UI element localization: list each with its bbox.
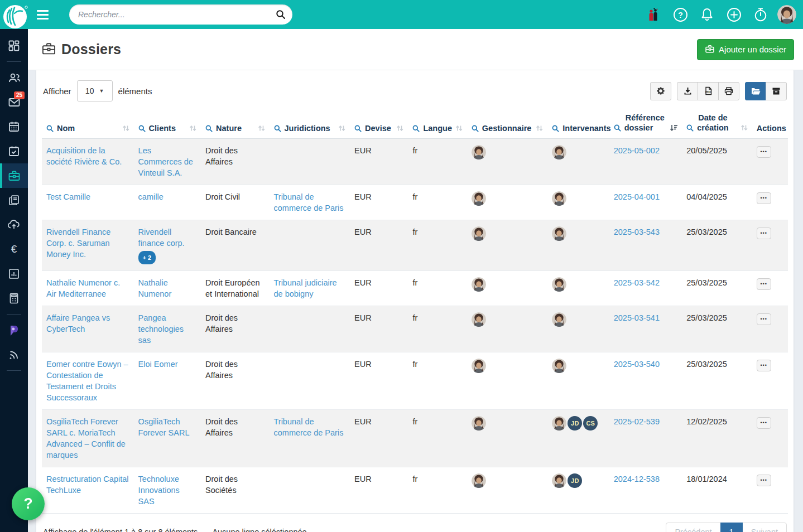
page-size-select[interactable]: 10 ▼ [77, 80, 113, 101]
hamburger-menu-icon[interactable] [37, 6, 54, 23]
column-search-icon[interactable] [205, 125, 213, 132]
sidebar-item-calculator[interactable] [0, 286, 28, 311]
column-search-icon[interactable] [354, 125, 362, 132]
search-icon[interactable] [272, 6, 289, 23]
column-header-langue[interactable]: Langue [408, 109, 467, 139]
column-search-icon[interactable] [412, 125, 420, 132]
user-avatar[interactable] [777, 5, 796, 24]
column-header-devise[interactable]: Devise [350, 109, 408, 139]
column-header-nom[interactable]: Nom [42, 109, 134, 139]
download-button[interactable] [677, 82, 698, 100]
column-search-icon[interactable] [138, 125, 146, 132]
client-link[interactable]: Les Commerces de Vinteuil S.A. [138, 146, 193, 177]
column-search-icon[interactable] [552, 125, 559, 132]
cell-date-creation: 25/03/2025 [682, 352, 752, 410]
sidebar-item-contacts[interactable] [0, 65, 28, 90]
printer-button[interactable] [718, 82, 739, 100]
cell-juridictions: Tribunal de commerce de Paris [270, 185, 350, 220]
reference-link[interactable]: 2025-05-002 [614, 146, 660, 155]
reference-link[interactable]: 2025-03-542 [614, 278, 660, 287]
dossier-name-link[interactable]: Eomer contre Eowyn – Contestation de Tes… [46, 360, 128, 402]
column-search-icon[interactable] [46, 125, 54, 132]
help-circle-icon[interactable]: ? [669, 3, 691, 26]
client-link[interactable]: Technoluxe Innovations SAS [138, 475, 180, 506]
row-actions-button[interactable]: ••• [757, 475, 771, 486]
column-header-clients[interactable]: Clients [134, 109, 201, 139]
help-fab-button[interactable]: ? [12, 487, 45, 520]
folder-open-button[interactable] [745, 82, 766, 100]
stopwatch-icon[interactable] [749, 3, 772, 26]
pdf-file-button[interactable]: PDF [698, 82, 719, 100]
row-actions-button[interactable]: ••• [757, 228, 771, 239]
dossier-name-link[interactable]: Affaire Pangea vs CyberTech [46, 313, 110, 333]
column-search-icon[interactable] [472, 125, 479, 132]
people-red-app-icon[interactable] [642, 3, 665, 26]
reference-link[interactable]: 2025-04-001 [614, 192, 660, 201]
row-actions-button[interactable]: ••• [757, 146, 771, 158]
client-link[interactable]: Pangea technologies sas [138, 313, 184, 345]
sidebar-item-tasks[interactable] [0, 139, 28, 163]
column-header-r-f-rence-dossier[interactable]: Référencedossier [609, 109, 682, 139]
row-actions-button[interactable]: ••• [757, 278, 771, 290]
brand-swirl-logo-icon[interactable] [2, 2, 27, 27]
sidebar-item-cloud[interactable] [0, 212, 28, 237]
settings-gear-button[interactable] [650, 82, 671, 100]
cell-intervenants [547, 220, 609, 271]
reference-link[interactable]: 2024-12-538 [614, 475, 660, 483]
sidebar-item-calendar[interactable] [0, 114, 28, 139]
plus-circle-icon[interactable] [723, 3, 745, 26]
juridiction-link[interactable]: Tribunal judiciaire de bobigny [274, 278, 337, 298]
client-link[interactable]: Nathalie Numenor [138, 278, 172, 298]
sidebar-item-messages[interactable]: 25 [0, 90, 28, 114]
column-header-nature[interactable]: Nature [201, 109, 269, 139]
dossier-name-link[interactable]: Rivendell Finance Corp. c. Saruman Money… [46, 228, 110, 259]
reference-link[interactable]: 2025-03-541 [614, 313, 660, 322]
client-link[interactable]: Eloi Eomer [138, 360, 178, 369]
cell-langue: fr [408, 352, 467, 410]
cell-langue: fr [408, 139, 467, 185]
archive-box-button[interactable] [766, 82, 787, 100]
juridiction-link[interactable]: Tribunal de commerce de Paris [274, 417, 344, 437]
column-header-gestionnaire[interactable]: Gestionnaire [467, 109, 548, 139]
column-search-icon[interactable] [686, 124, 694, 132]
dossier-name-link[interactable]: Acquisition de la société Rivière & Co. [46, 146, 122, 166]
row-actions-button[interactable]: ••• [757, 360, 771, 371]
sidebar-item-documents[interactable] [0, 188, 28, 212]
row-actions-button[interactable]: ••• [757, 192, 771, 204]
avatar-photo [552, 312, 566, 327]
sidebar-item-feed[interactable] [0, 342, 28, 367]
reference-link[interactable]: 2025-03-543 [614, 228, 660, 236]
sidebar-item-reports[interactable] [0, 262, 28, 286]
row-actions-button[interactable]: ••• [757, 313, 771, 325]
dossier-name-link[interactable]: OsgiliaTech Forever SARL c. MoriaTech Ad… [46, 417, 126, 460]
more-clients-badge[interactable]: + 2 [138, 251, 156, 264]
column-search-icon[interactable] [274, 125, 281, 132]
dossier-name-link[interactable]: Test Camille [46, 192, 90, 201]
sidebar-item-finance[interactable]: € [0, 237, 28, 262]
sidebar-item-p-product[interactable] [0, 318, 28, 342]
add-dossier-button[interactable]: Ajouter un dossier [697, 39, 794, 60]
client-link[interactable]: Rivendell finance corp. [138, 228, 185, 248]
reference-link[interactable]: 2025-02-539 [614, 417, 660, 426]
bell-icon[interactable] [696, 3, 718, 26]
column-header-date-de-cr-ation[interactable]: Date decréation [682, 109, 752, 139]
search-input[interactable] [78, 10, 272, 19]
client-link[interactable]: OsgiliaTech Forever SARL [138, 417, 190, 437]
table-row: Acquisition de la société Rivière & Co.L… [42, 139, 788, 185]
dossier-name-link[interactable]: Restructuration Capital TechLuxe [46, 475, 129, 495]
column-header-intervenants[interactable]: Intervenants [547, 109, 609, 139]
pagination-previous[interactable]: Précédent [666, 523, 720, 532]
grid-icon [8, 40, 20, 52]
sidebar-item-dossiers[interactable] [0, 163, 28, 188]
reference-link[interactable]: 2025-03-540 [614, 360, 660, 369]
column-header-actions[interactable]: Actions [752, 109, 788, 139]
pagination-page-1[interactable]: 1 [720, 523, 743, 532]
client-link[interactable]: camille [138, 192, 164, 201]
row-actions-button[interactable]: ••• [757, 417, 771, 429]
dossier-name-link[interactable]: Nathalie Numenor c. Air Mediterranee [46, 278, 120, 298]
juridiction-link[interactable]: Tribunal de commerce de Paris [274, 192, 344, 212]
column-header-juridictions[interactable]: Juridictions [270, 109, 350, 139]
pagination-next[interactable]: Suivant [742, 523, 787, 532]
column-search-icon[interactable] [614, 124, 621, 132]
sidebar-item-dashboard[interactable] [0, 33, 28, 58]
